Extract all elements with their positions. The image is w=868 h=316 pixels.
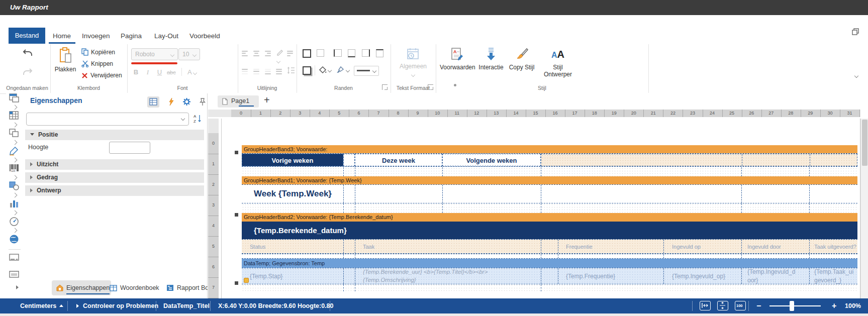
border-shadow-icon[interactable]: [303, 66, 311, 75]
map-tool-icon[interactable]: [9, 234, 20, 245]
align-right-icon[interactable]: [265, 49, 273, 57]
copy-button[interactable]: Kopiëren: [81, 47, 115, 58]
delete-button[interactable]: Verwijderen: [81, 70, 122, 81]
page-band-tool-icon[interactable]: [9, 254, 20, 265]
align-top-icon[interactable]: [242, 67, 250, 75]
zoom-slider-track[interactable]: [769, 305, 821, 306]
border-left-icon[interactable]: [334, 49, 342, 57]
bold-button[interactable]: B: [131, 68, 141, 76]
components-tool-icon[interactable]: [9, 129, 20, 140]
cell-deze-week[interactable]: Deze week: [355, 154, 442, 166]
col-taak[interactable]: Taak: [363, 240, 463, 253]
section-uitzicht[interactable]: Uitzicht: [25, 159, 204, 170]
cell-datum-expression[interactable]: {Temp.Berekende_datum}: [254, 222, 455, 239]
cell-empty[interactable]: [343, 154, 355, 166]
chevron-expand-icon[interactable]: [12, 228, 17, 233]
tab-voorbeeld[interactable]: Voorbeeld: [189, 28, 220, 44]
border-brush-icon[interactable]: [336, 66, 344, 74]
group-header-band2[interactable]: GroupHeaderBand2; Voorwaarde: {Temp.Bere…: [242, 213, 857, 222]
chevron-expand-icon[interactable]: [12, 210, 17, 216]
align-center-icon[interactable]: [253, 49, 261, 57]
cell-temp-frequentie[interactable]: {Temp.Frequentie}: [566, 268, 656, 284]
properties-filter-input[interactable]: [26, 113, 189, 126]
selection-handle[interactable]: [235, 213, 238, 217]
section-gedrag[interactable]: Gedrag: [25, 172, 204, 183]
section-ontwerp[interactable]: Ontwerp: [25, 185, 204, 196]
strikethrough-button[interactable]: abc: [166, 69, 176, 75]
spacer-row[interactable]: [242, 284, 857, 291]
page-width-view-icon[interactable]: [700, 301, 711, 310]
align-left-icon[interactable]: [242, 49, 250, 57]
signature-tool-icon[interactable]: [9, 146, 20, 157]
underline-button[interactable]: U: [155, 68, 164, 76]
hoogte-input[interactable]: [109, 142, 150, 154]
group-header-band1[interactable]: GroupHeaderBand1; Voorwaarde: {Temp.Week…: [242, 176, 857, 184]
align-bottom-icon[interactable]: [265, 67, 273, 75]
units-selector[interactable]: Centimeters: [20, 298, 63, 313]
chevron-expand-icon[interactable]: [12, 140, 17, 145]
group-header-band3[interactable]: GroupHeaderBand3; Voorwaarde:: [242, 145, 857, 153]
paste-button[interactable]: Plakken: [52, 47, 78, 73]
line-spacing-icon[interactable]: [287, 66, 295, 74]
cell-week-expression[interactable]: Week {Temp.Week}: [254, 185, 405, 203]
justify-icon[interactable]: [276, 67, 284, 75]
chevron-expand-icon[interactable]: [12, 123, 17, 128]
copy-style-button[interactable]: Copy Stijl: [506, 47, 537, 71]
report-band-tool-icon[interactable]: [9, 271, 20, 282]
style-designer-button[interactable]: AA Stijl Ontwerper: [538, 47, 577, 78]
bands-tool-icon[interactable]: [9, 93, 20, 104]
border-top-icon[interactable]: [376, 49, 383, 57]
zoom-in-button[interactable]: +: [832, 298, 836, 313]
wrap-text-icon[interactable]: [287, 49, 295, 57]
add-page-button[interactable]: +: [264, 94, 270, 106]
italic-button[interactable]: I: [143, 68, 152, 76]
cell-temp-ingevuld-door[interactable]: {Temp.Ingevuld_d oor}: [747, 268, 805, 284]
tab-eigenschappen[interactable]: Eigenschappen: [52, 280, 111, 295]
cell-temp-titel[interactable]: {Temp.Berekende_uur} <b>{Temp.Titel}</b>…: [363, 268, 539, 284]
data-band[interactable]: DataTemp; Gegevensbron: Temp: [242, 259, 857, 268]
spacer-row[interactable]: [242, 203, 857, 213]
chevron-expand-icon[interactable]: [12, 175, 17, 180]
border-right-icon[interactable]: [362, 49, 370, 57]
col-taak-uitgevoerd[interactable]: Taak uitgevoerd?: [814, 240, 859, 253]
barcode-tool-icon[interactable]: 123: [9, 164, 20, 175]
tab-woordenboek[interactable]: Woordenboek: [110, 280, 159, 295]
col-frequentie[interactable]: Frequentie: [566, 240, 656, 253]
table-tool-icon[interactable]: [9, 111, 20, 122]
collapse-ribbon-icon[interactable]: [854, 74, 858, 78]
text-format-general-button[interactable]: Algemeen: [396, 47, 431, 79]
chart-tool-icon[interactable]: [9, 199, 20, 210]
font-family-select[interactable]: Roboto: [131, 48, 178, 60]
chevron-expand-icon[interactable]: [12, 158, 17, 163]
highlight-pen-icon[interactable]: [276, 48, 284, 65]
chevron-down-icon[interactable]: [328, 68, 332, 72]
cell-vorige-weken[interactable]: Vorige weken: [242, 154, 343, 166]
sort-az-icon[interactable]: AZ: [193, 114, 203, 124]
border-bottom-icon[interactable]: [348, 49, 355, 57]
zoom-100-view-icon[interactable]: 100: [735, 301, 746, 310]
check-problems-button[interactable]: Controleer op Problemen: [76, 298, 158, 313]
fill-color-icon[interactable]: [319, 66, 327, 74]
tab-lay-out[interactable]: Lay-Out: [154, 28, 178, 44]
border-all-icon[interactable]: [303, 49, 311, 58]
cell-temp-ingevuld-op[interactable]: {Temp.Ingevuld_op}: [672, 268, 740, 284]
conditions-button[interactable]: A Voorwaarden: [440, 47, 475, 71]
restore-window-icon[interactable]: [852, 28, 859, 35]
shapes-tool-icon[interactable]: [9, 181, 20, 192]
pin-icon[interactable]: [197, 96, 209, 108]
cell-volgende-weken[interactable]: Volgende weken: [442, 154, 541, 166]
tab-bestand[interactable]: Bestand: [9, 28, 45, 44]
thin-spacer-row[interactable]: [242, 254, 857, 259]
collapse-panel-icon[interactable]: [16, 285, 19, 289]
col-ingevuld-op[interactable]: Ingevuld op: [672, 240, 737, 253]
col-ingevuld-door[interactable]: Ingevuld door: [747, 240, 805, 253]
chevron-expand-icon[interactable]: [12, 105, 17, 110]
cut-button[interactable]: Knippen: [81, 59, 113, 69]
font-color-button[interactable]: A: [187, 68, 197, 76]
chevron-expand-icon[interactable]: [12, 193, 17, 198]
vertical-scrollbar[interactable]: [860, 119, 868, 298]
scrollbar-thumb[interactable]: [862, 120, 867, 166]
gauge-tool-icon[interactable]: [9, 217, 20, 228]
cell-header-filler[interactable]: [541, 154, 857, 166]
settings-gear-icon[interactable]: [180, 96, 192, 108]
